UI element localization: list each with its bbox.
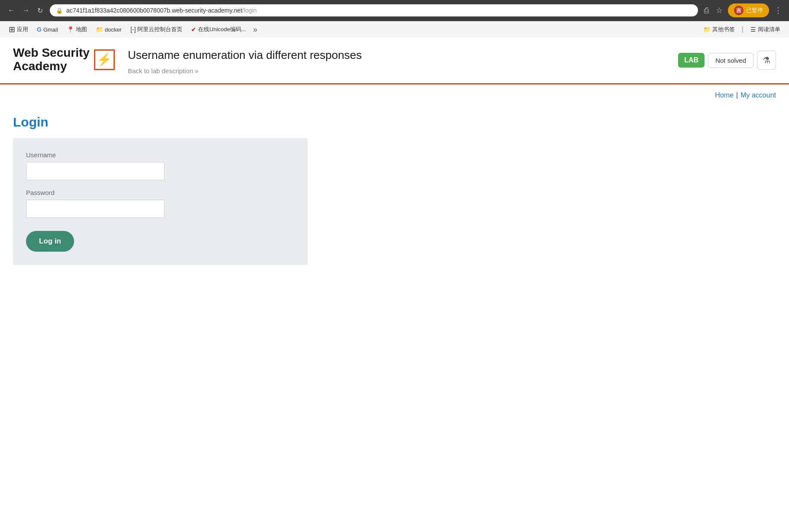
bookmark-gmail[interactable]: G Gmail bbox=[33, 25, 62, 34]
page-container: Web Security Academy ⚡ Username enumerat… bbox=[0, 38, 789, 428]
bookmark-maps-label: 地图 bbox=[76, 26, 87, 33]
home-link[interactable]: Home bbox=[715, 91, 734, 99]
bookmark-gmail-label: Gmail bbox=[43, 26, 58, 33]
bookmark-unicode-label: 在线Unicode编码... bbox=[198, 26, 246, 33]
other-bookmarks-label: 其他书签 bbox=[712, 26, 735, 33]
not-solved-badge: Not solved bbox=[708, 53, 753, 68]
bookmarks-bar: ⊞ 应用 G Gmail 📍 地图 📁 docker [-] 阿里云控制台首页 … bbox=[0, 21, 789, 38]
reload-button[interactable]: ↻ bbox=[35, 6, 45, 16]
username-input[interactable] bbox=[26, 162, 165, 180]
other-bookmarks[interactable]: 📁 其他书签 bbox=[700, 24, 738, 35]
my-account-link[interactable]: My account bbox=[740, 91, 776, 99]
bookmark-maps[interactable]: 📍 地图 bbox=[63, 24, 91, 35]
logo-line1: Web Security bbox=[13, 46, 90, 60]
login-button[interactable]: Log in bbox=[26, 231, 74, 252]
username-group: Username bbox=[26, 151, 295, 180]
grid-icon: ⊞ bbox=[9, 25, 15, 34]
login-form-container: Username Password Log in bbox=[13, 138, 308, 265]
login-form: Username Password Log in bbox=[26, 151, 295, 252]
aliyun-icon: [-] bbox=[130, 26, 136, 33]
bookmark-aliyun[interactable]: [-] 阿里云控制台首页 bbox=[127, 24, 186, 35]
paused-button[interactable]: 吉 已暂停 bbox=[728, 3, 769, 17]
nav-separator: | bbox=[736, 91, 738, 99]
bookmark-star-button[interactable]: ☆ bbox=[714, 4, 724, 17]
address-bar[interactable]: 🔒 ac741f1a1f833a42c080600b0078007b.web-s… bbox=[50, 4, 698, 16]
check-icon: ✔ bbox=[191, 26, 196, 33]
flask-button[interactable]: ⚗ bbox=[757, 51, 776, 70]
site-header: Web Security Academy ⚡ Username enumerat… bbox=[0, 38, 789, 84]
logo-line2: Academy bbox=[13, 60, 90, 73]
paused-label: 已暂停 bbox=[746, 6, 763, 14]
bolt-icon: ⚡ bbox=[97, 54, 112, 66]
bookmarks-folder-icon: 📁 bbox=[703, 26, 711, 33]
reading-list[interactable]: ☰ 阅读清单 bbox=[747, 24, 784, 35]
forward-button[interactable]: → bbox=[20, 6, 32, 15]
lab-badge: LAB bbox=[678, 53, 705, 68]
nav-buttons: ← → ↻ bbox=[5, 6, 45, 16]
address-text: ac741f1a1f833a42c080600b0078007b.web-sec… bbox=[66, 7, 692, 14]
bookmarks-more[interactable]: » bbox=[253, 25, 257, 34]
more-button[interactable]: ⋮ bbox=[773, 4, 784, 17]
password-input[interactable] bbox=[26, 200, 165, 218]
username-label: Username bbox=[26, 151, 295, 159]
google-icon: G bbox=[37, 26, 42, 33]
avatar: 吉 bbox=[734, 6, 744, 15]
back-link-text: Back to lab description bbox=[128, 67, 193, 75]
back-button[interactable]: ← bbox=[5, 6, 17, 15]
bookmark-apps-label: 应用 bbox=[17, 26, 28, 33]
maps-icon: 📍 bbox=[67, 26, 74, 33]
bookmark-apps[interactable]: ⊞ 应用 bbox=[5, 23, 32, 36]
back-chevron-icon: » bbox=[195, 67, 198, 75]
browser-actions: ⎙ ☆ 吉 已暂停 ⋮ bbox=[702, 3, 784, 17]
reading-list-icon: ☰ bbox=[750, 26, 756, 33]
logo-text-block: Web Security Academy bbox=[13, 46, 90, 73]
bookmarks-divider: | bbox=[742, 26, 744, 33]
share-button[interactable]: ⎙ bbox=[702, 4, 711, 17]
password-group: Password bbox=[26, 189, 295, 218]
browser-chrome: ← → ↻ 🔒 ac741f1a1f833a42c080600b0078007b… bbox=[0, 0, 789, 38]
lab-title: Username enumeration via different respo… bbox=[128, 49, 665, 62]
reading-list-label: 阅读清单 bbox=[758, 26, 780, 33]
browser-toolbar: ← → ↻ 🔒 ac741f1a1f833a42c080600b0078007b… bbox=[0, 0, 789, 21]
lab-status-area: LAB Not solved ⚗ bbox=[678, 46, 776, 70]
lock-icon: 🔒 bbox=[56, 7, 63, 14]
logo-icon-box: ⚡ bbox=[94, 49, 115, 70]
main-content: Login Username Password Log in bbox=[0, 106, 789, 291]
logo-area: Web Security Academy ⚡ bbox=[13, 46, 115, 73]
lab-info: Username enumeration via different respo… bbox=[128, 46, 665, 75]
bookmark-aliyun-label: 阿里云控制台首页 bbox=[137, 26, 182, 33]
folder-icon: 📁 bbox=[96, 26, 103, 33]
site-nav: Home | My account bbox=[0, 84, 789, 106]
back-to-lab-link[interactable]: Back to lab description » bbox=[128, 67, 665, 75]
bookmark-docker[interactable]: 📁 docker bbox=[92, 25, 125, 34]
password-label: Password bbox=[26, 189, 295, 196]
login-heading: Login bbox=[13, 115, 776, 130]
bookmark-docker-label: docker bbox=[105, 26, 122, 33]
bookmark-unicode[interactable]: ✔ 在线Unicode编码... bbox=[188, 24, 250, 35]
